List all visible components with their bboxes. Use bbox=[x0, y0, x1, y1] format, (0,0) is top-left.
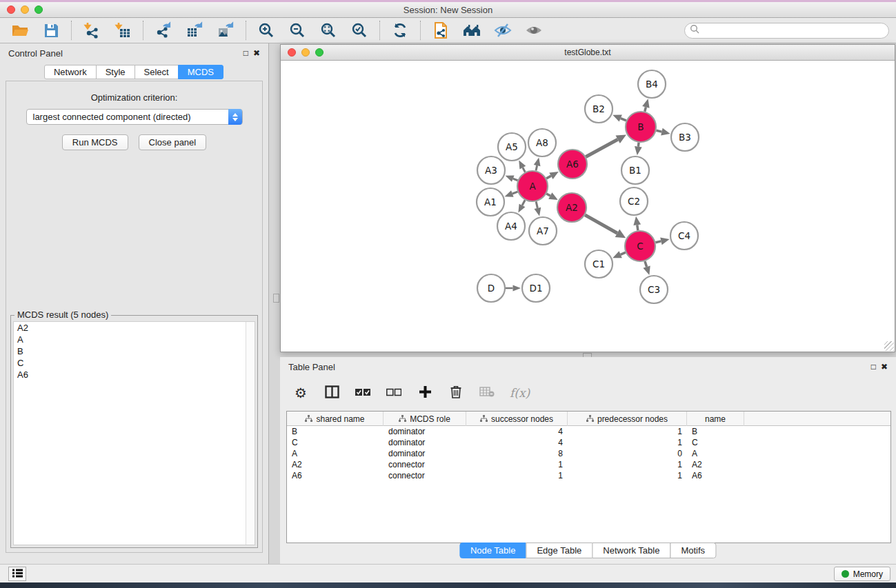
float-panel-icon[interactable]: □ bbox=[243, 48, 248, 58]
create-column-button[interactable] bbox=[417, 385, 433, 401]
edge-A-A8[interactable] bbox=[536, 165, 537, 170]
edge-B-B2[interactable] bbox=[621, 119, 626, 121]
selected-option: largest connected component (directed) bbox=[33, 112, 191, 122]
optimization-criterion-select[interactable]: largest connected component (directed) bbox=[26, 109, 243, 125]
table-row[interactable]: Bdominator41B bbox=[287, 426, 890, 437]
result-item[interactable]: A6 bbox=[14, 369, 255, 381]
memory-button[interactable]: Memory bbox=[834, 567, 890, 581]
hide-graphics-details-button[interactable] bbox=[493, 21, 512, 40]
close-panel-button[interactable]: Close panel bbox=[139, 134, 207, 150]
tab-network-table[interactable]: Network Table bbox=[592, 543, 670, 558]
result-item[interactable]: B bbox=[14, 345, 255, 357]
close-panel-icon[interactable]: ✖ bbox=[253, 48, 260, 58]
float-table-panel-icon[interactable]: □ bbox=[871, 362, 876, 372]
table-row[interactable]: Adominator80A bbox=[287, 448, 890, 459]
vertical-splitter-handle[interactable] bbox=[273, 294, 279, 303]
cell-predecessor-nodes: 1 bbox=[568, 459, 687, 470]
edge-A-A7[interactable] bbox=[536, 201, 537, 207]
edge-B-B3[interactable] bbox=[656, 130, 661, 132]
run-mcds-button[interactable]: Run MCDS bbox=[62, 134, 128, 150]
edge-C-C4[interactable] bbox=[655, 241, 661, 243]
edge-A-A6[interactable] bbox=[546, 176, 551, 179]
export-table-button[interactable] bbox=[185, 21, 204, 40]
export-network-button[interactable] bbox=[154, 21, 173, 40]
edge-C-C1[interactable] bbox=[621, 252, 626, 254]
edge-A2-C[interactable] bbox=[585, 215, 617, 233]
search-input[interactable] bbox=[700, 26, 888, 36]
zoom-out-icon bbox=[288, 21, 306, 39]
result-item[interactable]: A2 bbox=[14, 322, 255, 334]
search-field[interactable] bbox=[684, 23, 889, 39]
node-label-A3: A3 bbox=[485, 165, 497, 176]
tab-mcds[interactable]: MCDS bbox=[178, 65, 223, 79]
column-header-MCDS-role[interactable]: MCDS role bbox=[384, 412, 466, 426]
table-row[interactable]: A6connector11A6 bbox=[287, 470, 890, 481]
mcds-result-list[interactable]: A2ABCA6 bbox=[13, 321, 255, 545]
zoom-selected-button[interactable] bbox=[350, 21, 369, 40]
edge-A6-B[interactable] bbox=[586, 139, 617, 156]
cell-successor-nodes: 1 bbox=[466, 459, 568, 470]
node-label-A5: A5 bbox=[506, 141, 518, 152]
trash-icon bbox=[450, 385, 462, 401]
table-toolbar: ⚙ f(x) bbox=[280, 378, 896, 408]
edge-A-A1[interactable] bbox=[512, 192, 518, 194]
network-canvas[interactable]: AA1A3A5A8A4A7A6A2BB2B4B3B1CC2C4C1C3DD1 bbox=[281, 61, 895, 352]
table-settings-button[interactable]: ⚙ bbox=[292, 385, 309, 401]
network-window-titlebar[interactable]: testGlobe.txt bbox=[281, 45, 895, 61]
cell-successor-nodes: 4 bbox=[466, 437, 568, 448]
node-label-D1: D1 bbox=[530, 283, 543, 294]
tab-node-table[interactable]: Node Table bbox=[459, 543, 527, 558]
column-header-shared-name[interactable]: shared name bbox=[287, 412, 384, 426]
home-pages-button[interactable] bbox=[462, 21, 481, 40]
zoom-fit-button[interactable] bbox=[319, 21, 338, 40]
document-network-icon bbox=[432, 21, 450, 39]
edge-A-A4[interactable] bbox=[522, 200, 525, 205]
show-graphics-details-button[interactable] bbox=[524, 21, 544, 40]
save-session-button[interactable] bbox=[41, 21, 61, 40]
select-all-button[interactable] bbox=[355, 385, 371, 401]
columns-icon bbox=[325, 385, 339, 401]
delete-column-button[interactable] bbox=[448, 385, 464, 401]
function-builder-button[interactable]: f(x) bbox=[510, 385, 530, 401]
window-resize-grip[interactable] bbox=[884, 341, 894, 351]
result-item[interactable]: C bbox=[14, 357, 255, 369]
tab-network[interactable]: Network bbox=[44, 65, 97, 79]
node-label-C1: C1 bbox=[593, 258, 605, 270]
tab-style[interactable]: Style bbox=[96, 65, 135, 79]
new-network-from-selection-button[interactable] bbox=[431, 21, 450, 40]
fx-icon: f(x) bbox=[510, 386, 530, 400]
edge-A-A2[interactable] bbox=[546, 194, 550, 196]
import-network-icon bbox=[83, 21, 101, 39]
edge-C-C2[interactable] bbox=[637, 225, 638, 230]
column-header-name[interactable]: name bbox=[687, 412, 744, 426]
node-table[interactable]: shared nameMCDS rolesuccessor nodesprede… bbox=[286, 411, 891, 543]
edge-C-C3[interactable] bbox=[645, 261, 647, 267]
tab-motifs[interactable]: Motifs bbox=[670, 543, 716, 558]
select-columns-button[interactable] bbox=[323, 385, 340, 401]
edge-A-A3[interactable] bbox=[513, 179, 518, 181]
deselect-all-button[interactable] bbox=[386, 385, 402, 401]
column-header-successor-nodes[interactable]: successor nodes bbox=[466, 412, 568, 426]
import-table-button[interactable] bbox=[113, 21, 132, 40]
edge-B-B4[interactable] bbox=[645, 107, 646, 111]
tab-edge-table[interactable]: Edge Table bbox=[526, 543, 593, 558]
table-row[interactable]: A2connector11A2 bbox=[287, 459, 890, 470]
column-header-predecessor-nodes[interactable]: predecessor nodes bbox=[568, 412, 687, 426]
zoom-out-button[interactable] bbox=[288, 21, 307, 40]
edge-B-B1[interactable] bbox=[638, 143, 639, 147]
task-history-button[interactable] bbox=[8, 567, 26, 581]
open-session-button[interactable] bbox=[10, 21, 30, 40]
result-list-scrollbar[interactable] bbox=[246, 322, 255, 545]
import-network-button[interactable] bbox=[82, 21, 101, 40]
mcds-result-group: MCDS result (5 nodes) A2ABCA6 bbox=[10, 315, 258, 548]
zoom-in-button[interactable] bbox=[257, 21, 276, 40]
delete-table-button[interactable] bbox=[479, 385, 495, 401]
export-image-button[interactable] bbox=[216, 21, 235, 40]
tab-select[interactable]: Select bbox=[135, 65, 179, 79]
result-item[interactable]: A bbox=[14, 334, 255, 345]
edge-A-A5[interactable] bbox=[523, 168, 525, 172]
node-label-A4: A4 bbox=[505, 221, 517, 232]
close-table-panel-icon[interactable]: ✖ bbox=[881, 362, 888, 372]
apply-layout-button[interactable] bbox=[390, 21, 410, 40]
table-row[interactable]: Cdominator41C bbox=[287, 437, 890, 448]
